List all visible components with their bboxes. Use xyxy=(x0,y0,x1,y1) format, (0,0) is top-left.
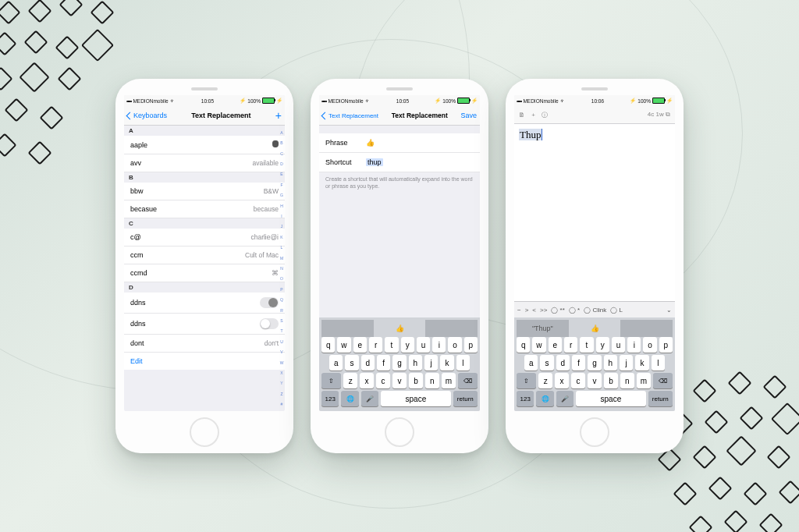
key-l[interactable]: l xyxy=(652,355,665,371)
key-p[interactable]: p xyxy=(464,337,478,353)
add-icon[interactable]: + xyxy=(531,112,535,119)
list-item[interactable]: ccmCult of Mac xyxy=(124,246,285,264)
keyboard[interactable]: "Thup" 👍 qwertyuiopasdfghjkl⇧zxcvbnm⌫123… xyxy=(514,317,675,411)
key-i[interactable]: i xyxy=(627,337,641,353)
suggestion-bar[interactable]: "Thup" 👍 xyxy=(517,320,673,337)
space-key[interactable]: space xyxy=(381,391,451,406)
key-b[interactable]: b xyxy=(604,373,618,388)
shortcut-field[interactable]: Shortcut thup xyxy=(319,153,480,172)
key-g[interactable]: g xyxy=(588,355,601,371)
key-w[interactable]: w xyxy=(532,337,545,353)
list-item[interactable]: ddns xyxy=(124,314,285,335)
note-editor[interactable]: Thup xyxy=(514,124,675,301)
suggestion[interactable] xyxy=(321,320,374,337)
globe-key[interactable]: 🌐 xyxy=(536,391,553,406)
home-button[interactable] xyxy=(190,417,219,447)
list-item[interactable]: ccmd⌘ xyxy=(124,264,285,282)
key-h[interactable]: h xyxy=(409,355,422,371)
key-e[interactable]: e xyxy=(549,337,562,353)
copy-icon[interactable]: ⧉ xyxy=(666,111,670,118)
edit-button[interactable]: Edit xyxy=(124,353,285,370)
key-z[interactable]: z xyxy=(538,373,552,388)
key-l[interactable]: l xyxy=(456,355,470,371)
format-button[interactable]: ◯ Clink xyxy=(584,307,606,314)
key-t[interactable]: t xyxy=(580,337,593,353)
suggestion-emoji[interactable]: 👍 xyxy=(374,320,426,337)
key-t[interactable]: t xyxy=(385,337,398,353)
key-v[interactable]: v xyxy=(588,373,602,388)
key-c[interactable]: c xyxy=(376,373,390,388)
key-e[interactable]: e xyxy=(353,337,367,353)
list-item[interactable]: c@charlie@i xyxy=(124,229,285,246)
key-m[interactable]: m xyxy=(637,373,651,388)
key-w[interactable]: w xyxy=(337,337,350,353)
num-key[interactable]: 123 xyxy=(321,391,339,406)
add-button[interactable]: + xyxy=(275,109,282,122)
home-button[interactable] xyxy=(580,417,609,447)
info-icon[interactable]: ⓘ xyxy=(542,112,548,119)
key-q[interactable]: q xyxy=(321,337,335,353)
key-n[interactable]: n xyxy=(620,373,634,388)
format-button[interactable]: < xyxy=(532,307,536,314)
phrase-field[interactable]: Phrase 👍 xyxy=(319,133,480,153)
space-key[interactable]: space xyxy=(576,391,646,406)
num-key[interactable]: 123 xyxy=(517,391,534,406)
list-item[interactable]: bbwB&W xyxy=(124,183,285,200)
format-button[interactable]: >> xyxy=(540,307,547,314)
key-h[interactable]: h xyxy=(604,355,617,371)
globe-key[interactable]: 🌐 xyxy=(341,391,358,406)
key-o[interactable]: o xyxy=(643,337,656,353)
replacement-list[interactable]: A aaple avvavailable B bbwB&W becasuebec… xyxy=(124,126,285,411)
return-key[interactable]: return xyxy=(648,391,673,406)
key-x[interactable]: x xyxy=(360,373,374,388)
key-n[interactable]: n xyxy=(425,373,439,388)
mic-key[interactable]: 🎤 xyxy=(361,391,378,406)
backspace-key[interactable]: ⌫ xyxy=(653,373,673,388)
format-button[interactable]: ◯ L xyxy=(610,307,623,314)
format-button[interactable]: − xyxy=(517,307,521,314)
key-j[interactable]: j xyxy=(424,355,438,371)
key-b[interactable]: b xyxy=(409,373,423,388)
chevron-down-icon[interactable]: ⌄ xyxy=(666,307,672,314)
key-v[interactable]: v xyxy=(392,373,407,388)
key-a[interactable]: a xyxy=(329,355,343,371)
list-item[interactable]: dontdon't xyxy=(124,335,285,353)
key-z[interactable]: z xyxy=(343,373,357,388)
key-p[interactable]: p xyxy=(659,337,673,353)
list-item[interactable]: avvavailable xyxy=(124,154,285,172)
key-o[interactable]: o xyxy=(448,337,461,353)
format-button[interactable]: > xyxy=(525,307,529,314)
key-d[interactable]: d xyxy=(556,355,570,371)
suggestion-bar[interactable]: 👍 xyxy=(321,320,478,337)
key-k[interactable]: k xyxy=(440,355,453,371)
backspace-key[interactable]: ⌫ xyxy=(458,373,478,388)
shift-key[interactable]: ⇧ xyxy=(321,373,341,388)
toggle-switch[interactable] xyxy=(260,318,279,329)
save-button[interactable]: Save xyxy=(460,112,477,119)
format-button[interactable]: ◯ * xyxy=(569,307,580,314)
key-r[interactable]: r xyxy=(369,337,382,353)
home-button[interactable] xyxy=(385,417,414,447)
return-key[interactable]: return xyxy=(453,391,478,406)
suggestion[interactable] xyxy=(620,320,673,337)
format-toolbar[interactable]: −><>>◯ **◯ *◯ Clink◯ L⌄ xyxy=(514,301,675,317)
key-f[interactable]: f xyxy=(572,355,585,371)
key-u[interactable]: u xyxy=(417,337,430,353)
toggle-switch[interactable] xyxy=(260,297,279,308)
format-button[interactable]: ◯ ** xyxy=(551,307,564,314)
key-i[interactable]: i xyxy=(432,337,446,353)
list-item[interactable]: becasuebecause xyxy=(124,200,285,218)
back-button[interactable]: Text Replacement xyxy=(322,112,378,119)
mic-key[interactable]: 🎤 xyxy=(556,391,574,406)
suggestion-emoji[interactable]: 👍 xyxy=(569,320,621,337)
suggestion[interactable] xyxy=(425,320,478,337)
key-r[interactable]: r xyxy=(564,337,577,353)
back-button[interactable]: Keyboards xyxy=(127,112,167,119)
keyboard[interactable]: 👍 qwertyuiopasdfghjkl⇧zxcvbnm⌫123🌐🎤space… xyxy=(319,317,480,411)
key-q[interactable]: q xyxy=(517,337,530,353)
key-g[interactable]: g xyxy=(392,355,406,371)
key-s[interactable]: s xyxy=(345,355,358,371)
list-item[interactable]: ddns xyxy=(124,293,285,314)
key-a[interactable]: a xyxy=(524,355,538,371)
alpha-index[interactable]: ABCDEFGHIJKLMNOPQRSTUVWXYZ# xyxy=(279,126,285,411)
